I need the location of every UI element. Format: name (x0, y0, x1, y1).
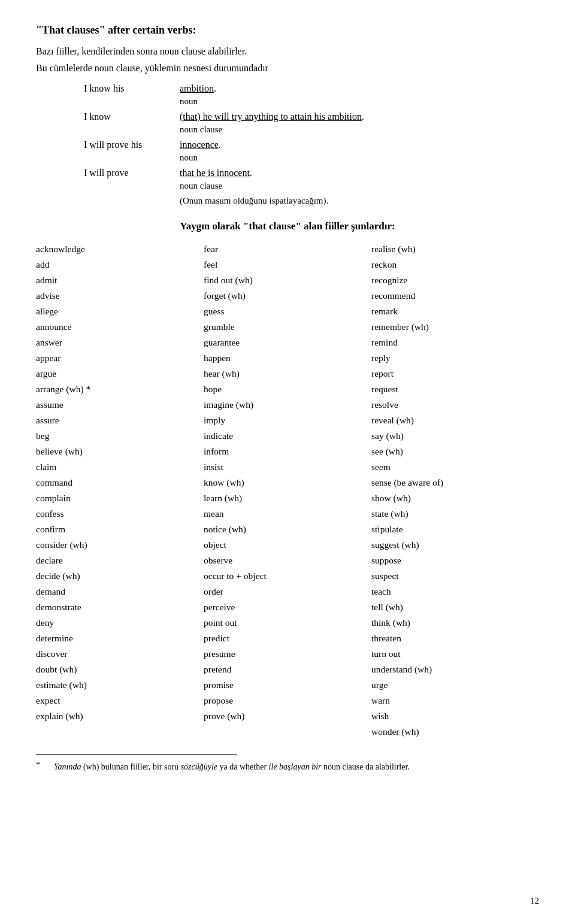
verb-item: declare (36, 553, 204, 568)
example-label-1: I know his (84, 83, 180, 94)
verb-item: demand (36, 584, 204, 599)
verb-item: feel (204, 257, 371, 272)
verb-item: observe (204, 553, 371, 568)
verb-item: learn (wh) (204, 491, 371, 505)
verb-item: insist (204, 460, 371, 474)
verb-item: answer (36, 335, 204, 350)
verb-item: request (371, 382, 539, 396)
verb-item: remember (wh) (371, 320, 539, 334)
verb-item: believe (wh) (36, 444, 204, 459)
verb-item: understand (wh) (371, 662, 539, 677)
verb-item: hope (204, 382, 371, 396)
annotation-3: noun (180, 153, 539, 163)
verb-item: propose (204, 693, 371, 708)
example-label-3: I will prove his (84, 140, 180, 150)
verb-item: appear (36, 351, 204, 365)
verb-item: command (36, 475, 204, 490)
verb-item: sense (be aware of) (371, 475, 539, 490)
verb-item: guarantee (204, 335, 371, 350)
verb-item: seem (371, 460, 539, 474)
example-line-3: I will prove his innocence. (84, 140, 539, 150)
verb-item: reply (371, 351, 539, 365)
page-number: 12 (530, 896, 539, 906)
verb-item: predict (204, 631, 371, 646)
verb-item: threaten (371, 631, 539, 646)
verb-item: object (204, 538, 371, 552)
verb-item: demonstrate (36, 600, 204, 614)
verb-item: beg (36, 429, 204, 443)
example-value-1: ambition. (180, 83, 216, 94)
verb-item: announce (36, 320, 204, 334)
annotation-4: noun clause (180, 181, 539, 191)
verb-item: grumble (204, 320, 371, 334)
footnote-divider (36, 754, 237, 755)
verb-item: recognize (371, 273, 539, 287)
verb-item: admit (36, 273, 204, 287)
verb-item: complain (36, 491, 204, 505)
verb-item: assure (36, 413, 204, 428)
verb-item: advise (36, 289, 204, 303)
verb-item: reckon (371, 257, 539, 272)
verb-item: argue (36, 366, 204, 381)
verb-item: decide (wh) (36, 569, 204, 583)
verb-item: deny (36, 616, 204, 630)
verb-item: happen (204, 351, 371, 365)
verb-item: order (204, 584, 371, 599)
verb-item: realise (wh) (371, 242, 539, 256)
verb-item: consider (wh) (36, 538, 204, 552)
verb-item: stipulate (371, 522, 539, 537)
verb-item: mean (204, 507, 371, 521)
verb-item: prove (wh) (204, 709, 371, 723)
verb-item: claim (36, 460, 204, 474)
example-value-2: (that) he will try anything to attain hi… (180, 111, 364, 122)
page-title: "That clauses" after certain verbs: (36, 24, 539, 37)
verb-item: hear (wh) (204, 366, 371, 381)
verb-item: expect (36, 693, 204, 708)
verb-item: arrange (wh) * (36, 382, 204, 396)
verb-item: add (36, 257, 204, 272)
parenthetical: (Onun masum olduğunu ispatlayacağım). (180, 196, 539, 206)
verb-item: suspect (371, 569, 539, 583)
verb-item: forget (wh) (204, 289, 371, 303)
example-line-4: I will prove that he is innocent. (84, 168, 539, 178)
verb-item: explain (wh) (36, 709, 204, 723)
verb-item: imagine (wh) (204, 398, 371, 412)
verb-item: confess (36, 507, 204, 521)
verb-item: suppose (371, 553, 539, 568)
verb-item: resolve (371, 398, 539, 412)
verb-item: urge (371, 678, 539, 692)
verb-item: know (wh) (204, 475, 371, 490)
verb-column-3: realise (wh)reckonrecognizerecommendrema… (371, 242, 539, 740)
verb-item: allege (36, 304, 204, 319)
verb-item: promise (204, 678, 371, 692)
verb-item: estimate (wh) (36, 678, 204, 692)
verb-item: report (371, 366, 539, 381)
verb-item: determine (36, 631, 204, 646)
verb-item: see (wh) (371, 444, 539, 459)
example-label-2: I know (84, 111, 180, 122)
verb-item: state (wh) (371, 507, 539, 521)
verb-item: presume (204, 647, 371, 661)
verb-item: remark (371, 304, 539, 319)
verb-item: indicate (204, 429, 371, 443)
verb-item: perceive (204, 600, 371, 614)
example-line-2: I know (that) he will try anything to at… (84, 111, 539, 122)
verb-item: turn out (371, 647, 539, 661)
verb-item: reveal (wh) (371, 413, 539, 428)
verb-item: inform (204, 444, 371, 459)
example-line-1: I know his ambition. (84, 83, 539, 94)
verb-item: recommend (371, 289, 539, 303)
verb-item: guess (204, 304, 371, 319)
verb-item: point out (204, 616, 371, 630)
verb-item: say (wh) (371, 429, 539, 443)
verb-item: remind (371, 335, 539, 350)
verb-item: occur to + object (204, 569, 371, 583)
verb-item: wonder (wh) (371, 725, 539, 739)
verb-item: find out (wh) (204, 273, 371, 287)
intro-line2: Bu cümlelerde noun clause, yüklemin nesn… (36, 63, 539, 74)
verb-column-1: acknowledgeaddadmitadviseallegeannouncea… (36, 242, 204, 740)
section-heading: Yaygın olarak "that clause" alan fiiller… (36, 220, 539, 232)
annotation-1: noun (180, 96, 539, 107)
example-label-4: I will prove (84, 168, 180, 178)
verb-item: discover (36, 647, 204, 661)
